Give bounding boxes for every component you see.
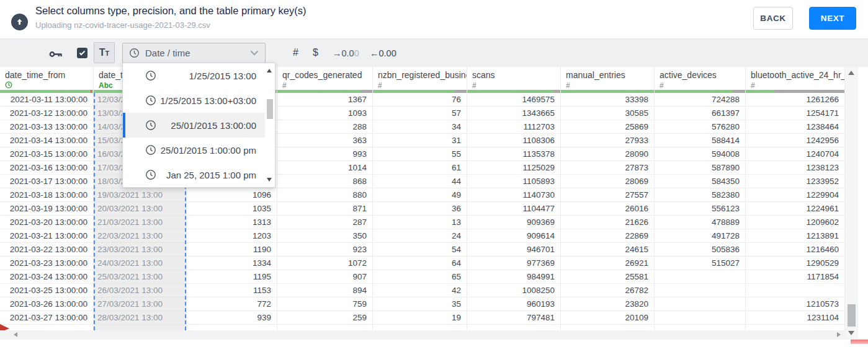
table-cell[interactable]: 22869 — [561, 229, 654, 243]
table-cell[interactable]: 27873 — [561, 161, 654, 175]
table-cell[interactable]: 21/03/2021 13:00 — [95, 216, 185, 229]
table-cell[interactable]: 27557 — [561, 188, 654, 202]
table-cell[interactable]: 30585 — [561, 107, 654, 120]
table-cell[interactable]: 28090 — [561, 147, 654, 161]
table-cell[interactable]: 42 — [373, 284, 467, 297]
decrease-decimal-button[interactable]: →0.00 — [333, 48, 359, 58]
table-cell[interactable]: 491728 — [655, 229, 745, 243]
table-cell[interactable]: 977369 — [467, 257, 560, 270]
table-cell[interactable]: 1469575 — [467, 93, 560, 107]
column-bluetooth_active_24_hr_[interactable]: bluetooth_active_24_hr_#1261266125417112… — [746, 67, 845, 330]
table-cell[interactable]: 2021-03-12 13:00:00 — [0, 107, 93, 120]
table-cell[interactable]: 1242956 — [746, 134, 844, 147]
column-nzbn_registered_busine[interactable]: nzbn_registered_busine#76573431556144493… — [373, 67, 467, 330]
column-header[interactable]: active_devices# — [655, 67, 745, 90]
table-cell[interactable]: 797481 — [467, 311, 560, 325]
table-cell[interactable]: 868 — [277, 175, 372, 188]
table-cell[interactable]: 1104477 — [467, 202, 560, 216]
column-scans[interactable]: scans#1469575134366511127031108306113537… — [467, 67, 561, 330]
table-cell[interactable]: 1135378 — [467, 147, 560, 161]
table-cell[interactable]: 584350 — [655, 175, 745, 188]
table-cell[interactable]: 1190 — [187, 243, 277, 257]
table-cell[interactable]: 49 — [373, 188, 467, 202]
table-cell[interactable]: 35 — [373, 297, 467, 311]
table-cell[interactable]: 26016 — [561, 202, 654, 216]
table-cell[interactable]: 2021-03-27 13:00:00 — [0, 311, 93, 325]
table-cell[interactable]: 909369 — [467, 216, 560, 229]
table-cell[interactable]: 22/03/2021 13:00 — [95, 229, 185, 243]
table-cell[interactable]: 25869 — [561, 120, 654, 134]
table-cell[interactable]: 909614 — [467, 229, 560, 243]
table-cell[interactable]: 772 — [187, 297, 277, 311]
table-cell[interactable]: 288 — [277, 120, 372, 134]
table-cell[interactable]: 1112703 — [467, 120, 560, 134]
table-cell[interactable]: 894 — [277, 284, 372, 297]
table-cell[interactable]: 871 — [277, 202, 372, 216]
column-qr_codes_generated[interactable]: qr_codes_generated#136710932883639931014… — [277, 67, 373, 330]
table-cell[interactable]: 57 — [373, 107, 467, 120]
table-cell[interactable]: 19 — [373, 311, 467, 325]
table-cell[interactable]: 24 — [373, 229, 467, 243]
table-cell[interactable]: 1334 — [187, 257, 277, 270]
table-cell[interactable]: 1231104 — [746, 311, 844, 325]
table-cell[interactable]: 1209602 — [746, 216, 844, 229]
table-cell[interactable] — [655, 270, 745, 284]
table-cell[interactable]: 582380 — [655, 188, 745, 202]
table-cell[interactable] — [655, 284, 745, 297]
table-cell[interactable]: 960193 — [467, 297, 560, 311]
table-cell[interactable]: 54 — [373, 243, 467, 257]
table-cell[interactable]: 1254171 — [746, 107, 844, 120]
table-cell[interactable]: 2021-03-20 13:00:00 — [0, 216, 93, 229]
table-cell[interactable]: 1238123 — [746, 161, 844, 175]
table-cell[interactable]: 1210573 — [746, 297, 844, 311]
table-cell[interactable]: 64 — [373, 257, 467, 270]
column-manual_entries[interactable]: manual_entries#3339830585258692793328090… — [561, 67, 655, 330]
table-cell[interactable]: 478889 — [655, 216, 745, 229]
column-active_devices[interactable]: active_devices#7242886613975762805884145… — [655, 67, 746, 330]
dropdown-scroll-up-icon[interactable] — [267, 69, 272, 72]
table-cell[interactable]: 2021-03-25 13:00:00 — [0, 284, 93, 297]
table-cell[interactable]: 1125029 — [467, 161, 560, 175]
table-cell[interactable]: 65 — [373, 270, 467, 284]
table-cell[interactable]: 1140730 — [467, 188, 560, 202]
table-cell[interactable]: 2021-03-21 13:00:00 — [0, 229, 93, 243]
scroll-up-arrow-icon[interactable] — [848, 71, 854, 75]
table-cell[interactable]: 1229904 — [746, 188, 844, 202]
column-header[interactable]: scans# — [467, 67, 560, 90]
table-cell[interactable]: 20/03/2021 13:00 — [95, 202, 185, 216]
table-cell[interactable]: 1035 — [187, 202, 277, 216]
table-cell[interactable]: 576280 — [655, 120, 745, 134]
boolean-type-checkbox[interactable] — [77, 48, 87, 58]
table-cell[interactable]: 23820 — [561, 297, 654, 311]
table-cell[interactable]: 661397 — [655, 107, 745, 120]
table-cell[interactable]: 1203 — [187, 229, 277, 243]
table-cell[interactable]: 21626 — [561, 216, 654, 229]
table-cell[interactable]: 587890 — [655, 161, 745, 175]
table-cell[interactable]: 27/03/2021 13:00 — [95, 297, 185, 311]
dropdown-scroll-down-icon[interactable] — [267, 178, 272, 182]
table-cell[interactable]: 2021-03-16 13:00:00 — [0, 161, 93, 175]
table-cell[interactable]: 1008250 — [467, 284, 560, 297]
table-cell[interactable]: 61 — [373, 161, 467, 175]
primary-key-icon[interactable] — [49, 50, 63, 61]
scroll-left-arrow-icon[interactable] — [14, 332, 17, 337]
table-cell[interactable] — [655, 311, 745, 325]
table-cell[interactable]: 1072 — [277, 257, 372, 270]
table-cell[interactable]: 55 — [373, 147, 467, 161]
table-cell[interactable]: 1195 — [187, 270, 277, 284]
table-cell[interactable]: 2021-03-13 13:00:00 — [0, 120, 93, 134]
table-cell[interactable]: 28/03/2021 13:00 — [95, 311, 185, 325]
table-cell[interactable]: 2021-03-23 13:00:00 — [0, 257, 93, 270]
table-cell[interactable]: 1238464 — [746, 120, 844, 134]
table-cell[interactable]: 1233952 — [746, 175, 844, 188]
table-cell[interactable]: 25581 — [561, 270, 654, 284]
table-cell[interactable]: 588414 — [655, 134, 745, 147]
table-cell[interactable]: 2021-03-22 13:00:00 — [0, 243, 93, 257]
table-cell[interactable]: 907 — [277, 270, 372, 284]
dropdown-scrollbar[interactable] — [265, 63, 275, 187]
table-cell[interactable]: 44 — [373, 175, 467, 188]
text-type-button[interactable]: Tt — [94, 42, 115, 63]
table-cell[interactable]: 1216460 — [746, 243, 844, 257]
table-cell[interactable]: 1105893 — [467, 175, 560, 188]
table-cell[interactable]: 2021-03-24 13:00:00 — [0, 270, 93, 284]
